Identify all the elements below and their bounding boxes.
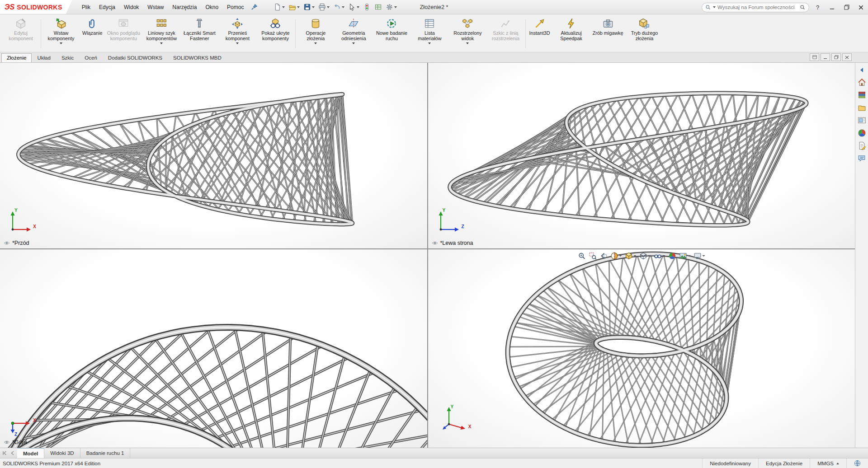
- cmd-reference-geometry[interactable]: Geometria odniesienia: [335, 16, 373, 51]
- menu-edycja[interactable]: Edycja: [95, 2, 119, 12]
- doc-window-close-button[interactable]: [842, 53, 852, 61]
- community-search[interactable]: [702, 3, 809, 12]
- solidworks-logo-text: SOLIDWORKS: [17, 4, 62, 11]
- view-settings-button[interactable]: [693, 252, 706, 260]
- edit-appearance-button[interactable]: [667, 252, 677, 260]
- connection-status[interactable]: [846, 459, 868, 468]
- cmd-update-speedpak[interactable]: Aktualizuj Speedpak: [552, 16, 590, 51]
- cmd-bill-of-materials[interactable]: Lista materiałów: [410, 16, 448, 51]
- task-pane-design-library[interactable]: [857, 90, 867, 100]
- new-document-button[interactable]: [272, 2, 286, 12]
- task-pane-custom-properties[interactable]: [857, 141, 867, 150]
- tab-scroll-first-button[interactable]: [2, 451, 9, 455]
- cmd-label: Lista materiałów: [413, 30, 446, 41]
- task-pane-appearances[interactable]: [857, 128, 867, 138]
- doc-tab-model[interactable]: Model: [17, 448, 44, 458]
- menu-narzedzia[interactable]: Narzędzia: [168, 2, 201, 12]
- menu-plik[interactable]: Plik: [78, 2, 94, 12]
- task-pane-file-explorer[interactable]: [857, 103, 867, 112]
- dropdown-caret-icon: [352, 42, 355, 44]
- viewport-left-side[interactable]: Y Z *Lewa strona: [428, 63, 855, 248]
- doc-window-restore-button[interactable]: [831, 53, 841, 61]
- search-input[interactable]: [717, 5, 798, 10]
- cmd-take-snapshot[interactable]: Zrób migawkę: [590, 16, 626, 51]
- cmd-explode-line-sketch[interactable]: Szkic z linią rozstrzelenia: [486, 16, 524, 51]
- cmd-exploded-view[interactable]: Rozstrzelony widok: [448, 16, 486, 51]
- cmd-linear-pattern[interactable]: Liniowy szyk komponentów: [142, 16, 180, 51]
- task-pane-collapse-button[interactable]: [857, 65, 867, 75]
- tab-solidworks-mbd[interactable]: SOLIDWORKS MBD: [168, 53, 227, 62]
- linear-pattern-icon: [156, 18, 167, 29]
- select-cursor-icon: [348, 3, 356, 11]
- task-pane-resources[interactable]: [857, 78, 867, 87]
- doc-window-minimize-button[interactable]: [821, 53, 830, 61]
- triad-axes-icon: [434, 207, 463, 236]
- tab-dodatki-solidworks[interactable]: Dodatki SOLIDWORKS: [103, 53, 168, 62]
- tab-uklad[interactable]: Układ: [32, 53, 56, 62]
- cmd-insert-components[interactable]: Wstaw komponenty: [42, 16, 80, 51]
- cmd-new-motion-study[interactable]: Nowe badanie ruchu: [373, 16, 410, 51]
- view-orientation-button[interactable]: [624, 252, 637, 260]
- undo-button[interactable]: [332, 2, 346, 12]
- save-button[interactable]: [302, 2, 316, 12]
- menu-wstaw[interactable]: Wstaw: [143, 2, 168, 12]
- help-button[interactable]: ?: [811, 2, 824, 13]
- apply-scene-button[interactable]: [678, 252, 691, 260]
- tab-scroll-prev-button[interactable]: [10, 451, 15, 455]
- menu-pin-icon[interactable]: [251, 4, 258, 10]
- viewport-isometric[interactable]: Y X: [428, 249, 855, 448]
- cmd-mate[interactable]: Wiązanie: [80, 16, 104, 51]
- menu-pomoc[interactable]: Pomoc: [223, 2, 248, 12]
- task-pane-forum[interactable]: [857, 154, 867, 163]
- display-style-button[interactable]: [638, 252, 651, 260]
- tab-zlozenie[interactable]: Złożenie: [1, 53, 32, 62]
- doc-window-tile-button[interactable]: [810, 53, 819, 61]
- cmd-instant3d[interactable]: Instant3D: [527, 16, 552, 51]
- mobius-model-top[interactable]: [0, 249, 427, 448]
- window-restore-button[interactable]: [840, 2, 853, 13]
- menu-widok[interactable]: Widok: [120, 2, 143, 12]
- search-icon[interactable]: [800, 5, 806, 10]
- cmd-component-preview-window[interactable]: Okno podglądu komponentu: [104, 16, 142, 51]
- options-button[interactable]: [384, 2, 398, 12]
- speedpak-lightning-icon: [566, 18, 577, 29]
- units-selector[interactable]: MMGS: [810, 459, 846, 468]
- tab-ocen[interactable]: Oceń: [79, 53, 103, 62]
- viewport-label-text: *Góra: [12, 439, 27, 445]
- tab-szkic[interactable]: Szkic: [56, 53, 79, 62]
- mobius-model-left[interactable]: [428, 63, 855, 248]
- menu-okno[interactable]: Okno: [201, 2, 222, 12]
- cmd-move-component[interactable]: Przenieś komponent: [218, 16, 256, 51]
- doc-tab-3d-views[interactable]: Widoki 3D: [44, 448, 80, 458]
- window-close-button[interactable]: [855, 2, 867, 13]
- viewport-front[interactable]: Y X *Przód: [0, 63, 427, 248]
- cmd-smart-fasteners[interactable]: Łączniki Smart Fastener: [180, 16, 218, 51]
- evaluate-sheet-button[interactable]: [373, 2, 383, 12]
- cmd-show-hidden-components[interactable]: Pokaż ukryte komponenty: [256, 16, 294, 51]
- search-scope-caret-icon[interactable]: [713, 6, 716, 8]
- open-document-button[interactable]: [287, 2, 301, 12]
- titlebar-right: ?: [702, 0, 867, 14]
- toolbar-separator: [295, 19, 296, 48]
- zoom-to-area-button[interactable]: [588, 252, 597, 260]
- zoom-to-fit-button[interactable]: [577, 252, 586, 260]
- previous-view-button[interactable]: [599, 252, 608, 260]
- mobius-model-front[interactable]: [0, 63, 427, 248]
- cmd-edit-component[interactable]: Edytuj komponent: [2, 16, 40, 51]
- view-orientation-cube-icon: [625, 252, 632, 260]
- axis-label-z: Z: [461, 224, 464, 229]
- window-minimize-button[interactable]: [826, 2, 838, 13]
- section-view-button[interactable]: [609, 252, 623, 260]
- cmd-assembly-features[interactable]: Operacje złożenia: [297, 16, 335, 51]
- print-button[interactable]: [317, 2, 331, 12]
- select-tool-button[interactable]: [347, 2, 361, 12]
- mobius-model-isometric[interactable]: [428, 249, 855, 448]
- search-scope-icon[interactable]: [705, 5, 711, 10]
- hide-show-items-button[interactable]: [653, 252, 666, 260]
- cmd-large-assembly-mode[interactable]: Tryb dużego złożenia: [625, 16, 663, 51]
- viewport-top[interactable]: X Z *Góra: [0, 249, 427, 448]
- task-pane-view-palette[interactable]: [857, 116, 867, 125]
- doc-tab-motion-study[interactable]: Badanie ruchu 1: [80, 448, 131, 458]
- rebuild-button[interactable]: [362, 2, 372, 12]
- triad-axes-icon: [442, 403, 471, 432]
